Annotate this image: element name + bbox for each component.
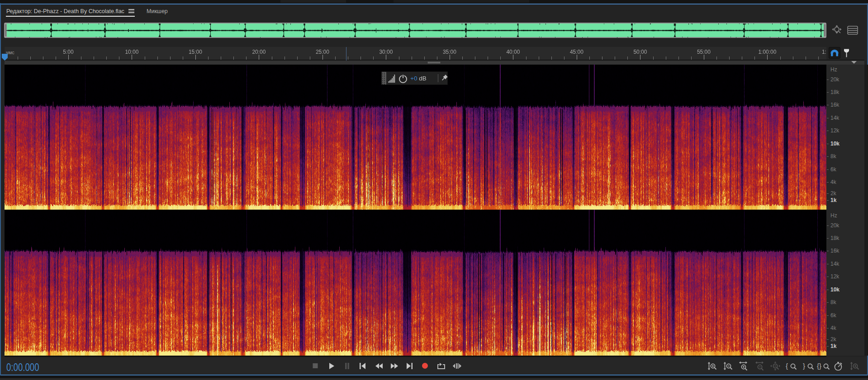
svg-text:}: } (803, 362, 805, 370)
svg-text:{: { (786, 362, 788, 370)
svg-text:{}: {} (817, 362, 821, 370)
